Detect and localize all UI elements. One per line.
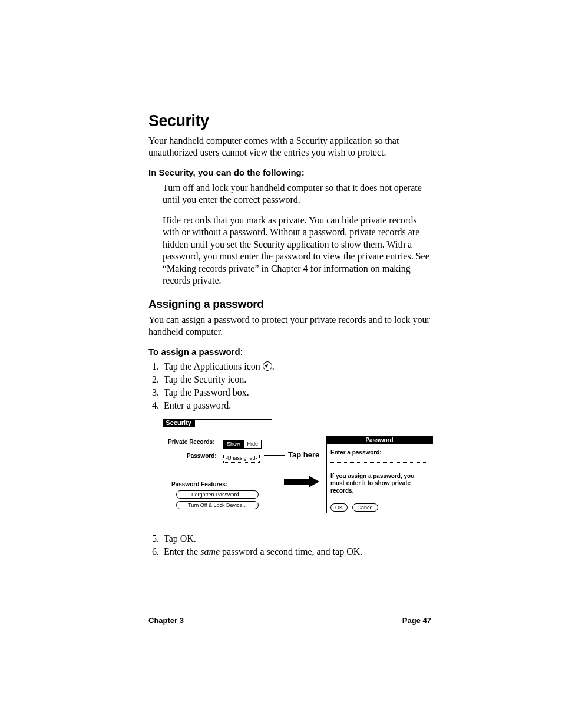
- step-6-b: password a second time, and tap OK.: [220, 546, 362, 556]
- password-label: Password:: [187, 453, 217, 459]
- heading-assigning-password: Assigning a password: [148, 298, 431, 311]
- toggle-show[interactable]: Show: [223, 440, 244, 449]
- cancel-button[interactable]: Cancel: [352, 503, 378, 512]
- step-4: Enter a password.: [161, 400, 431, 411]
- steps-list-cont: Tap OK. Enter the same password a second…: [148, 533, 431, 557]
- private-records-toggle[interactable]: ShowHide: [223, 437, 262, 449]
- password-features-label: Password Features:: [171, 481, 227, 487]
- forgotten-password-button[interactable]: Forgotten Password...: [176, 490, 259, 499]
- arrow-icon: [284, 476, 320, 487]
- step-1: Tap the Applications icon .: [161, 361, 431, 372]
- step-2: Tap the Security icon.: [161, 374, 431, 385]
- assign-intro: You can assign a password to protect you…: [148, 314, 431, 338]
- password-input-line[interactable]: [330, 462, 427, 463]
- enter-password-label: Enter a password:: [330, 449, 382, 456]
- step-6-a: Enter the: [164, 546, 200, 556]
- footer-page: Page 47: [402, 616, 431, 625]
- security-tab: Security: [163, 419, 195, 427]
- callout-line: [264, 455, 285, 456]
- figure-security-screens: Security Private Records: ShowHide Passw…: [163, 419, 445, 529]
- footer-chapter: Chapter 3: [148, 616, 184, 625]
- private-records-label: Private Records:: [168, 439, 214, 445]
- heading-security: Security: [148, 112, 431, 130]
- password-panel: Password Enter a password: If you assign…: [326, 437, 432, 513]
- bullet-hide-records: Hide records that you mark as private. Y…: [163, 215, 431, 287]
- intro-paragraph: Your handheld computer comes with a Secu…: [148, 135, 431, 159]
- password-dialog-title: Password: [326, 436, 433, 444]
- password-note: If you assign a password, you must enter…: [330, 473, 428, 495]
- step-1-text-b: .: [272, 361, 275, 371]
- security-panel: Security Private Records: ShowHide Passw…: [163, 419, 272, 525]
- toggle-hide[interactable]: Hide: [244, 440, 262, 449]
- turn-off-lock-button[interactable]: Turn Off & Lock Device...: [176, 501, 259, 509]
- step-1-text-a: Tap the Applications icon: [164, 361, 263, 371]
- subhead-to-assign: To assign a password:: [148, 347, 431, 357]
- ok-button[interactable]: OK: [330, 503, 348, 512]
- step-3: Tap the Password box.: [161, 387, 431, 398]
- password-value: -Unassigned-: [223, 454, 260, 463]
- password-box[interactable]: -Unassigned-: [223, 452, 260, 463]
- step-5: Tap OK.: [161, 533, 431, 544]
- page-footer: Chapter 3 Page 47: [148, 612, 431, 625]
- subhead-can-do: In Security, you can do the following:: [148, 167, 431, 177]
- step-6: Enter the same password a second time, a…: [161, 546, 431, 557]
- step-6-italic: same: [200, 546, 220, 556]
- applications-icon: [263, 361, 272, 371]
- tap-here-callout: Tap here: [288, 450, 319, 459]
- steps-list: Tap the Applications icon . Tap the Secu…: [148, 361, 431, 411]
- bullet-turn-off: Turn off and lock your handheld computer…: [163, 182, 431, 206]
